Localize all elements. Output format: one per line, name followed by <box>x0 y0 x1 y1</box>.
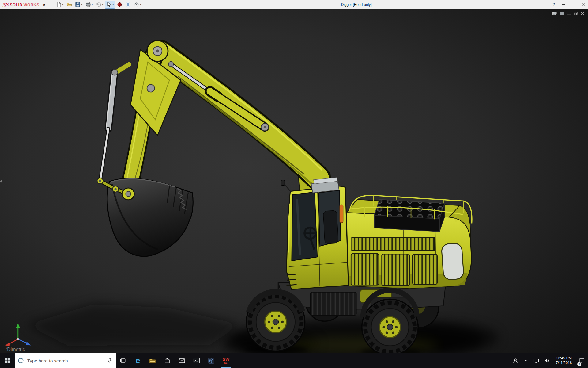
file-explorer-button[interactable] <box>145 353 160 368</box>
minimize-button[interactable] <box>559 0 568 9</box>
mirror <box>281 180 285 185</box>
start-button[interactable] <box>0 353 15 368</box>
people-icon <box>512 357 519 364</box>
print-icon <box>85 2 91 7</box>
menu-flyout-arrow[interactable]: ▶ <box>42 2 47 7</box>
cube-app-icon <box>208 357 215 364</box>
rear-side-window <box>441 243 464 280</box>
document-window-controls <box>552 12 584 15</box>
solidworks-logo: ƷS SOLIDWORKS <box>3 2 39 7</box>
help-button[interactable]: ? <box>549 0 559 9</box>
solidworks-app-icon: SW 2017 <box>223 357 230 364</box>
options-gear-icon <box>134 2 139 7</box>
view-orientation-label: *Dimetric <box>5 347 25 352</box>
windshield <box>292 192 317 261</box>
save-button[interactable]: ▾ <box>74 1 84 9</box>
tile-windows-button[interactable] <box>560 12 564 15</box>
network-icon <box>533 357 540 364</box>
dropdown-caret[interactable]: ▾ <box>81 3 82 6</box>
select-tool-button[interactable]: ▾ <box>105 1 115 9</box>
open-folder-icon <box>66 2 72 7</box>
ds-logo-mark: ƷS <box>3 2 9 7</box>
maximize-button[interactable] <box>568 0 578 9</box>
volume-button[interactable] <box>541 353 552 368</box>
cab <box>281 178 348 289</box>
dropdown-caret[interactable]: ▾ <box>92 3 93 6</box>
title-bar: ƷS SOLIDWORKS ▶ ▾ ▾ ▾ ▾ <box>0 0 588 9</box>
save-icon <box>75 2 81 7</box>
close-doc-icon <box>581 12 584 15</box>
file-properties-button[interactable] <box>124 1 132 9</box>
cascade-windows-icon <box>552 12 557 15</box>
show-hidden-icons-button[interactable] <box>521 353 531 368</box>
edge-button[interactable]: e <box>130 353 145 368</box>
start-icon <box>4 357 11 364</box>
store-button[interactable] <box>160 353 175 368</box>
notification-badge: 2 <box>577 362 581 366</box>
minimize-document-button[interactable] <box>567 12 571 15</box>
undo-button[interactable]: ▾ <box>95 1 104 9</box>
feature-panel-collapse-arrow[interactable] <box>0 179 2 183</box>
new-window-button[interactable] <box>552 12 557 15</box>
window-controls: ? <box>549 0 588 9</box>
graphics-viewport[interactable]: *Dimetric <box>0 9 588 353</box>
task-view-icon <box>119 357 127 364</box>
store-icon <box>164 357 171 364</box>
tile-windows-icon <box>560 12 564 15</box>
people-button[interactable] <box>510 353 521 368</box>
brand-solid: SOLID <box>10 2 23 7</box>
close-button[interactable] <box>578 0 588 9</box>
open-button[interactable] <box>65 1 73 9</box>
dropdown-caret[interactable]: ▾ <box>102 3 103 6</box>
dropdown-caret[interactable]: ▾ <box>140 3 141 6</box>
clock-date: 7/11/2018 <box>556 361 572 365</box>
quick-access-toolbar: ▾ ▾ ▾ ▾ ▾ <box>55 1 142 9</box>
dropdown-caret[interactable]: ▾ <box>112 3 114 6</box>
rebuild-icon <box>117 2 122 7</box>
side-grilles <box>351 238 437 286</box>
document-title: Digger [Read-only] <box>341 2 371 7</box>
clock-time: 12:45 PM <box>556 356 571 361</box>
new-document-button[interactable]: ▾ <box>55 1 65 9</box>
restore-document-button[interactable] <box>574 12 578 15</box>
dropdown-caret[interactable]: ▾ <box>62 3 63 6</box>
undo-icon <box>96 2 101 7</box>
taskbar-search-box[interactable] <box>15 353 116 368</box>
file-properties-icon <box>125 2 131 7</box>
maximize-icon <box>572 3 575 6</box>
close-icon <box>582 3 585 6</box>
minimize-icon <box>562 3 565 6</box>
chevron-up-icon <box>523 358 529 364</box>
mail-icon <box>178 357 186 364</box>
cortana-circle-icon <box>18 358 24 364</box>
restore-doc-icon <box>574 12 578 15</box>
rear-wheel <box>362 299 418 353</box>
solidworks-window: ƷS SOLIDWORKS ▶ ▾ ▾ ▾ ▾ <box>0 0 588 368</box>
pinned-apps: e SW 2017 <box>116 353 233 368</box>
operator-seat <box>323 210 338 244</box>
console-icon <box>193 357 200 364</box>
network-button[interactable] <box>531 353 541 368</box>
system-tray: 12:45 PM 7/11/2018 2 <box>510 353 588 368</box>
action-center-button[interactable]: 2 <box>576 353 588 368</box>
file-explorer-icon <box>149 357 156 364</box>
console-button[interactable] <box>189 353 204 368</box>
cube-app-button[interactable] <box>204 353 219 368</box>
taskbar-clock[interactable]: 12:45 PM 7/11/2018 <box>552 353 576 368</box>
options-button[interactable]: ▾ <box>133 1 142 9</box>
rebuild-button[interactable] <box>115 1 123 9</box>
new-document-icon <box>56 2 62 7</box>
edge-icon: e <box>135 357 140 365</box>
close-document-button[interactable] <box>581 12 584 15</box>
mail-button[interactable] <box>175 353 189 368</box>
viewport-canvas-3d[interactable]: *Dimetric <box>0 9 588 353</box>
solidworks-app-button[interactable]: SW 2017 <box>219 353 233 368</box>
windows-taskbar: e SW 2017 <box>0 353 588 368</box>
volume-icon <box>543 357 550 364</box>
search-input[interactable] <box>27 358 104 364</box>
brand-works: WORKS <box>23 2 39 7</box>
microphone-icon[interactable] <box>107 358 113 363</box>
task-view-button[interactable] <box>116 353 130 368</box>
orange-marker <box>340 205 343 223</box>
print-button[interactable]: ▾ <box>84 1 94 9</box>
